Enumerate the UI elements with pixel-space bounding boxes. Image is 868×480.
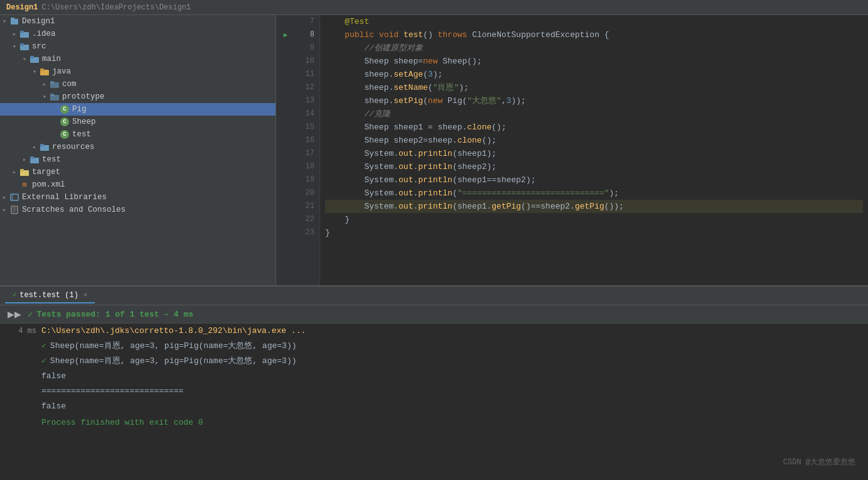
passed-check-icon: ✓ — [28, 309, 33, 320]
line-number-21: 21 — [300, 200, 314, 213]
folder-icon — [19, 29, 30, 39]
sidebar-item-label-src: src — [32, 42, 46, 51]
arrow-icon: ▸ — [10, 168, 19, 176]
sidebar-item-label-target: target — [32, 168, 60, 177]
line-number-18: 18 — [300, 160, 314, 173]
package-icon — [49, 92, 60, 102]
code-line-18: System.out.println(sheep2); — [325, 160, 863, 173]
sidebar-item-main[interactable]: ▾main — [0, 53, 276, 65]
line-number-10: 10 — [300, 55, 314, 68]
run-toolbar: ▶▶ ✓ Tests passed: 1 of 1 test – 4 ms — [0, 305, 868, 324]
output-check-icon: ✓ — [41, 339, 46, 353]
output-line-3: false — [0, 369, 868, 384]
sidebar-item-ext-libs[interactable]: ▸External Libraries — [0, 191, 276, 204]
code-line-22: } — [325, 213, 863, 226]
sidebar-item-label-com: com — [62, 80, 77, 89]
code-line-20: System.out.println("====================… — [325, 187, 863, 200]
gutter-line-8: ▶ — [276, 28, 295, 41]
code-line-8: public void test() throws CloneNotSuppor… — [325, 28, 863, 41]
sidebar-item-idea[interactable]: ▸.idea — [0, 28, 276, 40]
sidebar-item-pomxml[interactable]: mpom.xml — [0, 178, 276, 191]
sidebar-item-java[interactable]: ▾java — [0, 65, 276, 78]
library-icon — [9, 192, 20, 202]
test-passed-text: Tests passed: 1 of 1 test – 4 ms — [36, 310, 193, 319]
svg-rect-1 — [11, 18, 14, 20]
sidebar-item-resources[interactable]: ▸resources — [0, 141, 276, 153]
code-line-12: sheep.setName("肖恩"); — [325, 81, 863, 94]
tab-check-icon: ✓ — [13, 290, 17, 300]
run-all-button[interactable]: ▶▶ — [5, 308, 24, 320]
output-line-2: ✓Sheep(name=肖恩, age=3, pig=Pig(name=大忽悠,… — [0, 354, 868, 369]
code-line-19: System.out.println(sheep1==sheep2); — [325, 173, 863, 187]
code-line-16: Sheep sheep2=sheep.clone(); — [325, 134, 863, 147]
maven-icon: m — [19, 180, 30, 190]
sidebar-item-test-dir[interactable]: ▸test — [0, 153, 276, 166]
watermark: CSDN @大忽悠爱忽悠 — [783, 457, 855, 467]
gutter-line-17 — [276, 147, 295, 160]
sidebar-item-design1[interactable]: ▾Design1 — [0, 15, 276, 28]
sidebar-item-label-test-dir: test — [42, 155, 61, 164]
arrow-icon: ▾ — [30, 68, 39, 75]
svg-rect-11 — [50, 81, 54, 84]
folder-icon — [19, 41, 30, 52]
gutter-line-22 — [276, 213, 295, 226]
line-number-23: 23 — [300, 226, 314, 239]
sidebar-item-sheep[interactable]: CSheep — [0, 116, 276, 128]
line-number-19: 19 — [300, 173, 314, 187]
svg-rect-7 — [30, 56, 34, 58]
arrow-icon: ▸ — [0, 206, 9, 214]
svg-rect-17 — [30, 156, 34, 159]
sidebar-item-label-pomxml: pom.xml — [32, 180, 65, 189]
sidebar-item-label-ext-libs: External Libraries — [22, 193, 107, 202]
gutter-area: ▶ — [276, 15, 295, 285]
sidebar-item-label-design1: Design1 — [22, 17, 55, 26]
sidebar-item-scratches[interactable]: ▸Scratches and Consoles — [0, 204, 276, 216]
code-content[interactable]: @Test public void test() throws CloneNot… — [320, 15, 868, 285]
folder-icon — [29, 155, 40, 165]
gutter-line-12 — [276, 81, 295, 94]
target-icon — [19, 167, 30, 177]
line-number-15: 15 — [300, 121, 314, 134]
svg-rect-20 — [11, 194, 18, 200]
code-line-21: System.out.println(sheep1.getPig()==shee… — [325, 200, 863, 213]
sidebar: ▾Design1▸.idea▾src▾main▾java▸com▾prototy… — [0, 15, 276, 285]
project-name: Design1 — [6, 3, 38, 12]
output-line-5: false — [0, 399, 868, 414]
svg-rect-19 — [20, 169, 24, 172]
sidebar-item-label-java: java — [52, 67, 71, 76]
output-text-0: C:\Users\zdh\.jdks\corretto-1.8.0_292\bi… — [41, 324, 306, 338]
package-icon — [49, 79, 60, 89]
output-line-1: ✓Sheep(name=肖恩, age=3, pig=Pig(name=大忽悠,… — [0, 339, 868, 354]
output-text-3: false — [41, 369, 66, 383]
line-number-20: 20 — [300, 187, 314, 200]
arrow-icon: ▾ — [20, 55, 29, 63]
output-text-5: false — [41, 400, 66, 413]
sidebar-item-label-sheep: Sheep — [72, 117, 96, 126]
run-gutter-icon[interactable]: ▶ — [284, 31, 288, 39]
code-line-7: @Test — [325, 15, 863, 28]
project-path: C:\Users\zdh\IdeaProjects\Design1 — [41, 3, 191, 12]
tab-close-icon[interactable]: × — [83, 292, 88, 299]
gutter-line-23 — [276, 226, 295, 239]
tab-test[interactable]: ✓ test.test (1) × — [5, 288, 95, 303]
bottom-tabs: ✓ test.test (1) × — [0, 286, 868, 305]
arrow-icon: ▾ — [10, 43, 19, 50]
code-view[interactable]: ▶ 7891011121314151617181920212223 @Test … — [276, 15, 868, 285]
svg-rect-9 — [40, 68, 44, 71]
gutter-line-16 — [276, 134, 295, 147]
sidebar-item-com[interactable]: ▸com — [0, 78, 276, 90]
sidebar-item-src[interactable]: ▾src — [0, 40, 276, 53]
editor-area: ▶ 7891011121314151617181920212223 @Test … — [276, 15, 868, 285]
sidebar-item-label-scratches: Scratches and Consoles — [22, 205, 126, 214]
sidebar-item-target[interactable]: ▸target — [0, 166, 276, 178]
output-text-4: ============================= — [41, 385, 183, 398]
code-line-15: Sheep sheep1 = sheep.clone(); — [325, 121, 863, 134]
code-line-11: sheep.setAge(3); — [325, 68, 863, 81]
code-line-23: } — [325, 226, 863, 239]
sidebar-item-test[interactable]: Ctest — [0, 128, 276, 141]
line-number-13: 13 — [300, 94, 314, 107]
sidebar-item-pig[interactable]: CPig — [0, 103, 276, 116]
sidebar-item-prototype[interactable]: ▾prototype — [0, 90, 276, 103]
class-icon: C — [59, 117, 70, 127]
line-number-14: 14 — [300, 107, 314, 121]
